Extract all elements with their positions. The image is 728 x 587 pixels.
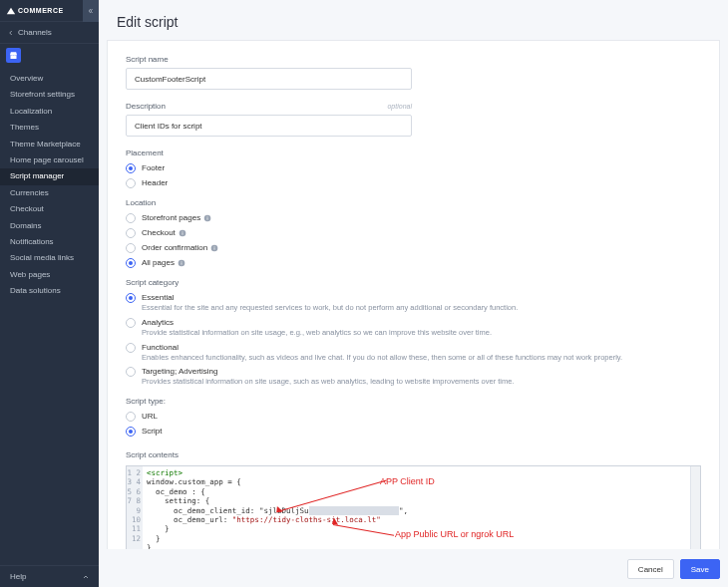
sidebar-item-storefront-settings[interactable]: Storefront settings [0, 87, 99, 103]
sidebar-item-web-pages[interactable]: Web pages [0, 267, 99, 283]
category-option-essential[interactable]: EssentialEssential for the site and any … [126, 293, 701, 313]
sidebar-item-social-media-links[interactable]: Social media links [0, 250, 99, 266]
sidebar-item-theme-marketplace[interactable]: Theme Marketplace [0, 137, 99, 152]
location-label: Order confirmation [142, 243, 218, 252]
channels-label: Channels [18, 28, 52, 37]
category-option-targeting-advertising[interactable]: Targeting; AdvertisingProvides statistic… [126, 367, 701, 387]
category-option-analytics[interactable]: AnalyticsProvide statistical information… [126, 318, 701, 338]
svg-rect-8 [214, 246, 215, 247]
info-icon[interactable] [179, 229, 186, 237]
logo: COMMERCE [6, 6, 64, 16]
placement-option-header[interactable]: Header [126, 178, 701, 188]
logo-icon [6, 6, 16, 16]
radio-icon [126, 367, 136, 377]
svg-rect-10 [182, 262, 182, 264]
footer-actions: Cancel Save [99, 549, 728, 587]
sidebar-item-home-page-carousel[interactable]: Home page carousel [0, 152, 99, 168]
category-option-functional[interactable]: FunctionalEnables enhanced functionality… [126, 343, 701, 363]
radio-icon [126, 243, 136, 253]
placement-label: Footer [142, 163, 165, 172]
location-label: All pages [142, 258, 185, 267]
chevrons-left-icon [88, 8, 94, 14]
radio-icon [126, 293, 136, 303]
category-label: Essential [142, 293, 518, 302]
script-type-label: URL [142, 412, 158, 421]
sidebar-item-currencies[interactable]: Currencies [0, 185, 99, 201]
sidebar-item-script-manager[interactable]: Script manager [0, 168, 99, 184]
sidebar-header: COMMERCE [0, 0, 99, 22]
category-desc: Enables enhanced functionality, such as … [142, 353, 622, 363]
info-icon[interactable] [210, 244, 218, 252]
description-optional: optional [387, 103, 412, 110]
info-icon[interactable] [203, 214, 211, 222]
category-desc: Essential for the site and any requested… [142, 303, 518, 313]
script-contents-label: Script contents [126, 450, 701, 459]
placement-label: Header [142, 178, 168, 187]
sidebar: COMMERCE Channels OverviewStorefront set… [0, 0, 99, 587]
cancel-button[interactable]: Cancel [627, 559, 674, 579]
sidebar-item-domains[interactable]: Domains [0, 218, 99, 234]
code-body[interactable]: <script> window.custom_app = { oc_demo :… [143, 466, 700, 549]
sidebar-nav: OverviewStorefront settingsLocalizationT… [0, 67, 99, 565]
script-type-option-url[interactable]: URL [126, 412, 701, 422]
svg-rect-2 [207, 216, 208, 217]
svg-rect-1 [207, 217, 208, 219]
sidebar-store[interactable] [0, 44, 99, 67]
script-type-label: Script type: [126, 397, 701, 406]
store-badge [6, 48, 21, 63]
radio-icon [126, 343, 136, 353]
svg-rect-7 [214, 247, 215, 249]
sidebar-collapse-button[interactable] [83, 0, 99, 22]
sidebar-item-notifications[interactable]: Notifications [0, 234, 99, 250]
category-desc: Provides statistical information on site… [142, 377, 515, 387]
description-input[interactable] [126, 115, 412, 137]
script-name-label: Script name [126, 55, 701, 64]
location-label: Location [126, 198, 701, 207]
location-option-all-pages[interactable]: All pages [126, 258, 701, 268]
category-label: Targeting; Advertising [142, 367, 515, 376]
location-label: Storefront pages [142, 213, 211, 222]
svg-rect-5 [182, 231, 182, 232]
script-type-label: Script [142, 427, 162, 436]
brand-name: COMMERCE [18, 7, 64, 14]
sidebar-item-data-solutions[interactable]: Data solutions [0, 283, 99, 299]
category-desc: Provide statistical information on site … [142, 328, 492, 338]
help-label: Help [10, 572, 26, 581]
location-label: Checkout [142, 228, 186, 237]
radio-icon [126, 163, 136, 173]
script-contents-editor[interactable]: 1 2 3 4 5 6 7 8 9 10 11 12 <script> wind… [126, 465, 701, 549]
code-gutter: 1 2 3 4 5 6 7 8 9 10 11 12 [127, 466, 143, 549]
location-option-storefront-pages[interactable]: Storefront pages [126, 213, 701, 223]
sidebar-help[interactable]: Help [0, 565, 99, 587]
script-type-option-script[interactable]: Script [126, 427, 701, 437]
placement-option-footer[interactable]: Footer [126, 163, 701, 173]
location-option-checkout[interactable]: Checkout [126, 228, 701, 238]
sidebar-item-overview[interactable]: Overview [0, 71, 99, 87]
form-card: Script name Description optional Placeme… [107, 40, 720, 549]
sidebar-channels-back[interactable]: Channels [0, 22, 99, 44]
chevron-up-icon [83, 574, 89, 580]
main: Edit script Script name Description opti… [99, 0, 728, 587]
radio-icon [126, 427, 136, 437]
placement-label: Placement [126, 148, 701, 157]
chevron-left-icon [8, 30, 14, 36]
info-icon[interactable] [178, 259, 185, 267]
svg-rect-4 [182, 232, 182, 234]
scrollbar[interactable] [690, 466, 700, 549]
svg-rect-11 [182, 261, 182, 262]
radio-icon [126, 228, 136, 238]
save-button[interactable]: Save [680, 559, 720, 579]
sidebar-item-checkout[interactable]: Checkout [0, 201, 99, 217]
description-label: Description [126, 102, 166, 111]
radio-icon [126, 213, 136, 223]
category-label: Functional [142, 343, 622, 352]
radio-icon [126, 318, 136, 328]
category-label: Analytics [142, 318, 492, 327]
sidebar-item-localization[interactable]: Localization [0, 104, 99, 120]
radio-icon [126, 258, 136, 268]
radio-icon [126, 178, 136, 188]
script-name-input[interactable] [126, 68, 412, 90]
sidebar-item-themes[interactable]: Themes [0, 120, 99, 136]
location-option-order-confirmation[interactable]: Order confirmation [126, 243, 701, 253]
radio-icon [126, 412, 136, 422]
